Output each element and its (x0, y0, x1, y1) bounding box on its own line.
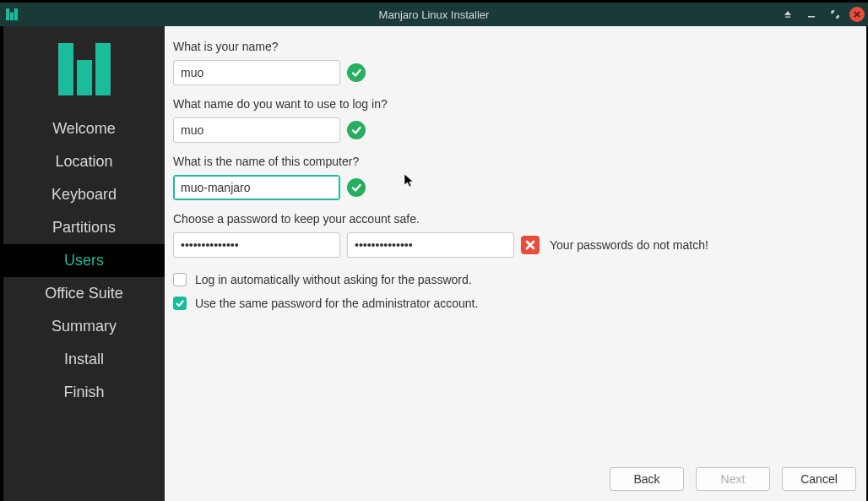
window-close-button[interactable] (849, 7, 865, 22)
sidebar-item-finish[interactable]: Finish (3, 376, 165, 409)
checkmark-icon (347, 121, 366, 139)
window-titlebar: Manjaro Linux Installer (0, 3, 868, 26)
back-button[interactable]: Back (610, 467, 684, 491)
checkmark-icon (347, 178, 366, 197)
window-minimize-button[interactable] (802, 5, 821, 24)
login-label: What name do you want to use to log in? (173, 97, 853, 111)
svg-rect-2 (14, 8, 18, 20)
password-confirm-input[interactable] (347, 232, 514, 258)
sidebar-item-summary[interactable]: Summary (3, 310, 165, 343)
installer-window: Welcome Location Keyboard Partitions Use… (3, 26, 866, 501)
window-maximize-button[interactable] (826, 5, 844, 24)
svg-rect-0 (6, 8, 9, 20)
autologin-checkbox[interactable] (173, 273, 187, 286)
app-icon (5, 8, 19, 21)
same-admin-password-label: Use the same password for the administra… (195, 297, 478, 310)
svg-rect-5 (58, 43, 73, 95)
cancel-button[interactable]: Cancel (782, 467, 856, 491)
window-keep-above-button[interactable] (778, 5, 797, 24)
svg-rect-6 (77, 60, 92, 95)
name-label: What is your name? (173, 40, 853, 53)
svg-rect-3 (785, 17, 790, 18)
manjaro-logo (58, 43, 111, 95)
sidebar: Welcome Location Keyboard Partitions Use… (3, 26, 165, 501)
sidebar-item-office-suite[interactable]: Office Suite (3, 277, 165, 310)
password-error-text: Your passwords do not match! (550, 238, 708, 252)
hostname-input[interactable] (173, 175, 340, 200)
same-admin-password-checkbox[interactable] (173, 297, 187, 310)
autologin-label: Log in automatically without asking for … (195, 273, 472, 286)
button-bar: Back Next Cancel (610, 467, 856, 491)
next-button[interactable]: Next (696, 467, 770, 491)
hostname-label: What is the name of this computer? (173, 155, 853, 168)
sidebar-item-users[interactable]: Users (3, 244, 165, 277)
error-icon (521, 236, 540, 254)
svg-rect-1 (10, 13, 14, 21)
password-label: Choose a password to keep your account s… (173, 212, 853, 226)
sidebar-item-location[interactable]: Location (3, 145, 165, 178)
sidebar-item-welcome[interactable]: Welcome (3, 112, 165, 145)
svg-rect-4 (808, 16, 815, 18)
login-input[interactable] (173, 117, 340, 143)
sidebar-item-keyboard[interactable]: Keyboard (3, 178, 165, 211)
content-area: What is your name? What name do you want… (165, 26, 866, 501)
name-input[interactable] (173, 60, 340, 85)
checkmark-icon (347, 63, 366, 82)
sidebar-item-install[interactable]: Install (3, 343, 165, 376)
svg-rect-7 (95, 43, 111, 95)
password-input[interactable] (173, 232, 340, 258)
window-title: Manjaro Linux Installer (0, 8, 868, 21)
sidebar-item-partitions[interactable]: Partitions (3, 211, 165, 244)
